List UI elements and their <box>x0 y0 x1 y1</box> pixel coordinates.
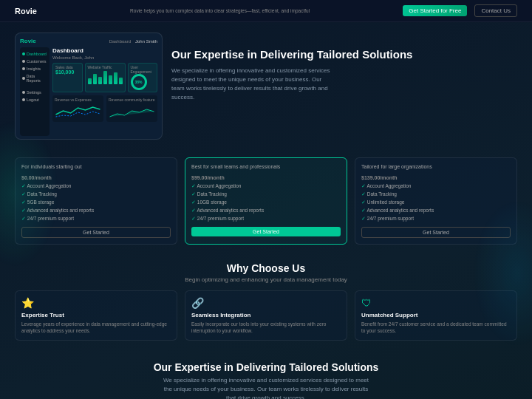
nav-cta-secondary[interactable]: Contact Us <box>474 4 517 17</box>
nav-tagline: Rovie helps you turn complex data into c… <box>44 8 395 13</box>
pricing-price-1: $99.00/month <box>191 171 341 182</box>
pricing-tier-2: Tailored for large organizations <box>361 164 511 169</box>
dash-stat-engagement: User Engagement 38% <box>128 63 158 92</box>
why-card-expertise: ⭐ Expertise Trust Leverage years of expe… <box>15 290 177 341</box>
traffic-bars <box>88 69 123 84</box>
nav-cta-primary[interactable]: Get Started for Free <box>403 5 467 16</box>
integration-icon: 🔗 <box>191 297 341 309</box>
expertise-title: Our Expertise in Delivering Tailored Sol… <box>15 361 517 373</box>
pricing-btn-0[interactable]: Get Started <box>21 227 171 238</box>
why-choose-section: Why Choose Us Begin optimizing and enhan… <box>0 252 532 351</box>
expertise-icon: ⭐ <box>21 297 171 309</box>
dash-sidebar-reports[interactable]: Data Reports <box>22 72 47 84</box>
dash-sidebar-settings[interactable]: Settings <box>22 89 47 96</box>
dash-sidebar-customers[interactable]: Customers <box>22 58 47 65</box>
hero-section: Rovie Dashboard John Smith Dashboard Cus… <box>0 22 532 150</box>
expertise-section: Our Expertise in Delivering Tailored Sol… <box>0 351 532 399</box>
dash-revenue-chart: Revenue vs Expenses <box>52 95 103 122</box>
support-title: Unmatched Support <box>361 312 511 318</box>
dash-sidebar-insights[interactable]: Insights <box>22 65 47 72</box>
why-cards: ⭐ Expertise Trust Leverage years of expe… <box>15 290 517 341</box>
nav-logo: Rovie <box>15 7 37 16</box>
dash-charts-row: Revenue vs Expenses Revenue community fe… <box>52 95 157 122</box>
pricing-section: For individuals starting out $0.00/month… <box>0 150 532 252</box>
pricing-card-free: For individuals starting out $0.00/month… <box>15 157 177 245</box>
dash-logo: Rovie <box>20 38 36 44</box>
pricing-tier-1: Best for small teams and professionals <box>191 164 341 169</box>
hero-description: We specialize in offering innovative and… <box>171 66 334 102</box>
why-title: Why Choose Us <box>15 262 517 274</box>
why-subtitle: Begin optimizing and enhancing your data… <box>15 276 517 283</box>
dash-title: Dashboard <box>52 47 157 54</box>
navbar: Rovie Rovie helps you turn complex data … <box>0 0 532 22</box>
expertise-title: Expertise Trust <box>21 312 171 318</box>
dash-stat-traffic: Website Traffic <box>85 63 126 92</box>
why-card-support: 🛡 Unmatched Support Benefit from 24/7 cu… <box>355 290 517 341</box>
pricing-price-0: $0.00/month <box>21 171 171 182</box>
dash-sidebar: Dashboard Customers Insights Data Report… <box>20 47 50 136</box>
why-card-integration: 🔗 Seamless Integration Easily incorporat… <box>185 290 347 341</box>
integration-title: Seamless Integration <box>191 312 341 318</box>
pricing-card-enterprise: Tailored for large organizations $139.00… <box>355 157 517 245</box>
pricing-price-2: $139.00/month <box>361 171 511 182</box>
expertise-desc: Leverage years of experience in data man… <box>21 321 171 334</box>
integration-desc: Easily incorporate our tools into your e… <box>191 321 341 334</box>
pricing-cards: For individuals starting out $0.00/month… <box>15 157 517 245</box>
expertise-desc: We specialize in offering innovative and… <box>163 376 369 399</box>
pricing-features-2: Account Aggregation Data Tracking Unlimi… <box>361 182 511 222</box>
support-desc: Benefit from 24/7 customer service and a… <box>361 321 511 334</box>
dash-user-name: John Smith <box>135 39 157 44</box>
pricing-features-1: Account Aggregation Data Tracking 10GB s… <box>191 182 341 222</box>
pricing-features-0: Account Aggregation Data Tracking 5GB st… <box>21 182 171 222</box>
dash-stats: Sales data $10,000 Website Traffic <box>52 63 157 92</box>
engagement-circle: 38% <box>131 74 147 90</box>
pricing-btn-2[interactable]: Get Started <box>361 227 511 238</box>
dash-nav-item: Dashboard <box>109 39 131 44</box>
support-icon: 🛡 <box>361 297 511 309</box>
dash-community-chart: Revenue community feature <box>106 95 157 122</box>
dash-welcome: Welcome Back, John <box>52 55 157 60</box>
pricing-card-pro: Best for small teams and professionals $… <box>185 157 347 245</box>
dashboard-mockup: Rovie Dashboard John Smith Dashboard Cus… <box>15 33 163 140</box>
dash-sidebar-dashboard[interactable]: Dashboard <box>22 50 47 58</box>
pricing-btn-1[interactable]: Get Started <box>191 227 341 236</box>
dash-stat-sales: Sales data $10,000 <box>52 63 83 92</box>
hero-title: Our Expertise in Delivering Tailored Sol… <box>171 47 412 62</box>
hero-text: Our Expertise in Delivering Tailored Sol… <box>171 33 412 109</box>
dash-sidebar-logout[interactable]: Logout <box>22 96 47 103</box>
nav-links: Get Started for Free Contact Us <box>403 4 517 17</box>
pricing-tier-0: For individuals starting out <box>21 164 171 169</box>
dash-main-content: Dashboard Welcome Back, John Sales data … <box>52 47 157 136</box>
